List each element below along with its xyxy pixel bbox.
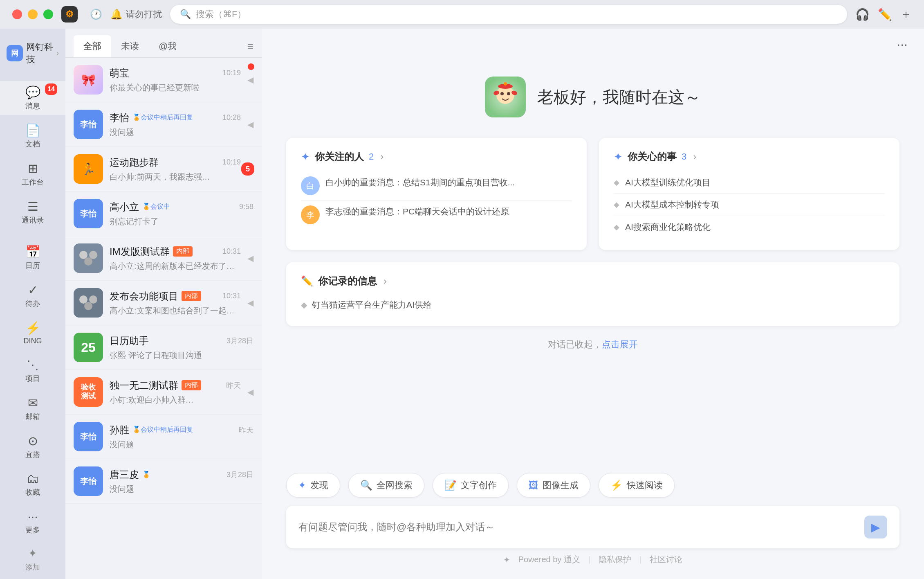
avatar-test-group: 验收测试 [74,377,103,407]
chat-info-running: 运动跑步群 10:19 白小帅:前两天，我跟志强… [110,156,241,182]
avatar-gaoxiaoli: 李怡 [74,199,103,228]
sidebar-item-messages[interactable]: 💬 消息 14 [0,81,65,115]
topics-card: ✦ 你关心的事 3 › ◆ AI大模型训练优化项目 ◆ AI大模型成本控制转专项 [599,138,899,250]
minimize-button[interactable] [28,9,38,19]
chat-item-sunsheng[interactable]: 李怡 孙胜 🏅会议中稍后再回复 昨天 没问题 [65,415,262,459]
chat-info-liyi: 李怡 🏅会议中稍后再回复 10:28 没问题 [110,111,241,138]
avatar-liyi: 李怡 [74,110,103,139]
close-button[interactable] [12,9,22,19]
quick-read[interactable]: ⚡ 快速阅读 [599,473,675,498]
record-card-header: ✏️ 你记录的信息 › [301,275,885,288]
sidebar-item-workspace[interactable]: ⊞ 工作台 [0,157,65,191]
sidebar-item-projects[interactable]: ⋱ 项目 [0,354,65,388]
contacts-icon: ☰ [27,199,38,214]
chat-filter-button[interactable]: ≡ [247,40,253,53]
mute-icon-im: ◀ [247,253,253,263]
chat-item-calendar[interactable]: 25 日历助手 3月28日 张熙 评论了日程项目沟通 [65,325,262,370]
sidebar-item-email[interactable]: ✉ 邮箱 [0,392,65,426]
sidebar-item-yida[interactable]: ⊙ 宜搭 [0,430,65,464]
history-button[interactable]: 🕐 [90,9,102,20]
more-options-button[interactable]: ··· [897,37,908,52]
dnd-label: 🔔 请勿打扰 [110,8,162,20]
topic-item-2[interactable]: ◆ AI大模型成本控制转专项 [614,194,885,216]
chat-input[interactable] [298,521,858,533]
chat-item-running[interactable]: 🏃 运动跑步群 10:19 白小帅:前两天，我跟志强… ◀ 5 [65,147,262,191]
org-selector[interactable]: 网 网钉科技 › [0,37,65,70]
chat-item-liyi[interactable]: 李怡 李怡 🏅会议中稍后再回复 10:28 没问题 ◀ [65,102,262,147]
send-button[interactable]: ▶ [864,516,887,538]
text-create-icon: 📝 [444,480,457,491]
chat-item-test-group[interactable]: 验收测试 独一无二测试群 内部 昨天 小钉:欢迎白小帅入群… ◀ [65,370,262,415]
community-link[interactable]: 社区讨论 [650,554,682,565]
quick-actions: ✦ 发现 🔍 全网搜索 📝 文字创作 🖼 图像生成 ⚡ 快速阅读 [286,473,899,498]
privacy-link[interactable]: 隐私保护 [599,554,631,565]
record-item-1[interactable]: ◆ 钉当猫运营平台生产能力AI供给 [301,296,885,314]
fullscreen-button[interactable] [43,9,53,19]
tab-all[interactable]: 全部 [74,35,111,57]
avatar-release [74,288,103,318]
ai-avatar [485,77,526,117]
add-button[interactable]: ＋ [900,7,912,22]
sidebar-item-contacts[interactable]: ☰ 通讯录 [0,195,65,229]
todo-icon: ✓ [28,283,38,297]
chat-item-gaoxiaoli[interactable]: 李怡 高小立 🏅会议中 9:58 别忘记打卡了 [65,191,262,236]
sidebar-item-collections[interactable]: 🗂 收藏 [0,468,65,501]
chat-main-header: ··· [262,29,924,52]
main-layout: 网 网钉科技 › 💬 消息 14 📄 文档 ⊞ 工作台 ☰ 通讯录 📅 [0,29,924,579]
topics-card-header: ✦ 你关心的事 3 › [614,150,885,163]
sidebar-item-more[interactable]: ··· 更多 [0,505,65,539]
search-bar[interactable]: 🔍 搜索（⌘F） [170,5,847,24]
chat-info-tangsanpi: 唐三皮 🏅 3月28日 没问题 [110,468,253,495]
unread-count-running: 5 [241,162,254,176]
chat-item-mengbao[interactable]: 🎀 萌宝 10:19 你最关心的事已经更新啦 ◀ [65,58,262,102]
tab-atme[interactable]: @我 [149,35,186,57]
quick-image-gen[interactable]: 🖼 图像生成 [517,473,590,498]
svg-point-11 [507,92,510,95]
conversation-fold: 对话已收起，点击展开 [548,338,638,351]
quick-web-search[interactable]: 🔍 全网搜索 [348,473,424,498]
chat-info-mengbao: 萌宝 10:19 你最关心的事已经更新啦 [110,67,241,93]
quick-read-icon: ⚡ [610,480,623,491]
svg-point-2 [89,251,97,259]
mute-icon: ◀ [247,75,253,85]
avatar-tangsanpi: 李怡 [74,466,103,496]
pencil-icon: ✏️ [301,275,313,287]
fold-expand-link[interactable]: 点击展开 [602,339,638,349]
sidebar-item-ding[interactable]: ⚡ DING [0,317,65,349]
add-nav-item[interactable]: ✦ 添加 [0,543,65,576]
people-item-1[interactable]: 白 白小帅的重要消息：总结S1期间的重点项目营收... [301,171,572,201]
chat-list: 🎀 萌宝 10:19 你最关心的事已经更新啦 ◀ 李怡 [65,58,262,579]
mute-icon-release: ◀ [247,298,253,308]
star-icon: ✦ [301,151,310,163]
chat-item-tangsanpi[interactable]: 李怡 唐三皮 🏅 3月28日 没问题 [65,459,262,504]
add-icon: ✦ [28,547,37,560]
ai-greeting-text: 老板好，我随时在这～ [537,86,701,108]
chat-item-release[interactable]: 发布会功能项目 内部 10:31 高小立:文案和图也结合到了一起… ◀ [65,281,262,325]
ai-footer: ✦ Powered by 通义 | 隐私保护 | 社区讨论 [286,548,899,571]
topic-item-1[interactable]: ◆ AI大模型训练优化项目 [614,171,885,194]
tab-unread[interactable]: 未读 [111,35,149,57]
chat-info-im-test: IM发版测试群 内部 10:31 高小立:这周的新版本已经发布了… [110,245,241,272]
people-item-2[interactable]: 李 李志强的重要消息：PC端聊天会话中的设计还原 [301,201,572,229]
quick-discover[interactable]: ✦ 发现 [286,473,340,498]
ai-greeting: 老板好，我随时在这～ [485,77,701,117]
mute-icon-test: ◀ [247,387,253,397]
dnd-icon: 🔔 [110,9,123,20]
topic-item-3[interactable]: ◆ AI搜索商业化策略优化 [614,216,885,238]
record-bullet-icon: ◆ [301,300,307,310]
chat-item-im-test[interactable]: IM发版测试群 内部 10:31 高小立:这周的新版本已经发布了… ◀ [65,236,262,281]
titlebar: ⚙ 🕐 🔔 请勿打扰 🔍 搜索（⌘F） 🎧 ✏️ ＋ [0,0,924,29]
people-card-header: ✦ 你关注的人 2 › [301,150,572,163]
headset-button[interactable]: 🎧 [855,8,870,21]
sidebar-item-docs[interactable]: 📄 文档 [0,119,65,153]
quick-text-create[interactable]: 📝 文字创作 [433,473,509,498]
chat-info-test-group: 独一无二测试群 内部 昨天 小钉:欢迎白小帅入群… [110,379,241,406]
meeting-badge: 🏅会议中稍后再回复 [132,113,193,122]
edit-button[interactable]: ✏️ [878,8,892,21]
image-gen-icon: 🖼 [529,480,538,491]
sidebar-item-todo[interactable]: ✓ 待办 [0,279,65,313]
record-arrow-icon: › [384,275,387,287]
sidebar-item-calendar[interactable]: 📅 日历 [0,241,65,275]
send-icon: ▶ [871,520,880,534]
svg-point-1 [79,251,87,259]
